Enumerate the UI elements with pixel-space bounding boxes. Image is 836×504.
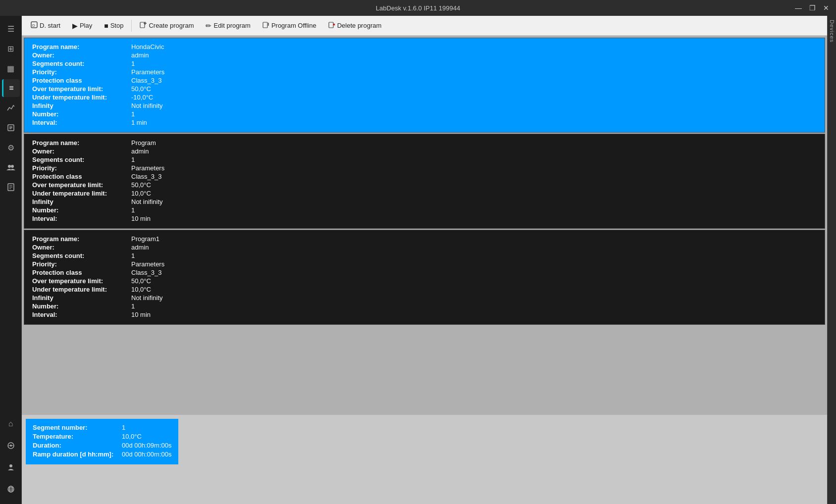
field-owner-2: Owner: admin (32, 148, 817, 155)
sidebar-icon-grid[interactable]: ⊞ (2, 40, 20, 57)
program-card-1[interactable]: Program name: HondaCivic Owner: admin Se… (24, 38, 825, 133)
offline-icon (262, 21, 269, 30)
field-infinity-3: Infinity Not inifinity (32, 294, 817, 302)
field-segments-1: Segments count: 1 (32, 60, 817, 67)
sidebar-icon-home[interactable]: ⌂ (2, 415, 20, 433)
sidebar-icon-table[interactable]: ▦ (2, 59, 20, 77)
sidebar-icon-list[interactable]: ≡ (2, 79, 20, 97)
svg-point-5 (11, 165, 14, 168)
create-icon (140, 21, 147, 30)
field-segments-3: Segments count: 1 (32, 252, 817, 259)
segment-ramp-label: Ramp duration [d hh:mm]: (33, 451, 122, 458)
field-segments-2: Segments count: 1 (32, 156, 817, 163)
offline-label: Program Offline (271, 22, 316, 29)
field-over-temp-2: Over temperature limit: 50,0°C (32, 181, 817, 189)
play-button[interactable]: ▶ Play (67, 20, 97, 32)
sidebar-icon-users[interactable] (2, 458, 20, 476)
create-program-button[interactable]: Create program (135, 19, 199, 32)
field-owner-3: Owner: admin (32, 244, 817, 251)
field-over-temp-3: Over temperature limit: 50,0°C (32, 277, 817, 285)
field-number-3: Number: 1 (32, 302, 817, 310)
field-protection-2: Protection class Class_3_3 (32, 173, 817, 180)
right-sidebar-label: Devices (829, 20, 835, 43)
segment-number-label: Segment number: (33, 424, 122, 431)
sidebar-icon-group[interactable] (2, 158, 20, 176)
segment-ramp-value: 00d 00h:00m:00s (122, 451, 171, 458)
field-infinity-1: Infinity Not inifinity (32, 102, 817, 109)
play-label: Play (80, 22, 92, 29)
delete-program-button[interactable]: Delete program (323, 19, 387, 32)
field-priority-2: Priority: Parameters (32, 164, 817, 172)
field-protection-1: Protection class Class_3_3 (32, 77, 817, 84)
field-under-temp-3: Under temperature limit: 10,0°C (32, 286, 817, 293)
field-number-2: Number: 1 (32, 206, 817, 214)
field-priority-1: Priority: Parameters (32, 68, 817, 76)
right-sidebar: Devices (827, 16, 836, 504)
segment-duration-value: 00d 00h:09m:00s (122, 442, 171, 449)
title-bar-controls: — ❐ ✕ (792, 2, 832, 14)
close-button[interactable]: ✕ (820, 2, 832, 14)
segment-temperature-value: 10,0°C (122, 433, 142, 440)
field-program-name-2: Program name: Program (32, 139, 817, 147)
field-protection-3: Protection class Class_3_3 (32, 269, 817, 276)
offline-program-button[interactable]: Program Offline (258, 19, 321, 32)
field-program-name-3: Program name: Program1 (32, 235, 817, 243)
svg-point-4 (8, 165, 11, 168)
sidebar-icon-network[interactable] (2, 437, 20, 454)
segment-duration-label: Duration: (33, 442, 122, 449)
dstart-icon: D (31, 21, 38, 30)
delete-icon (328, 21, 335, 30)
field-program-name-1: Program name: HondaCivic (32, 43, 817, 50)
minimize-button[interactable]: — (792, 2, 804, 14)
programs-list[interactable]: Program name: HondaCivic Owner: admin Se… (22, 36, 827, 415)
left-sidebar: ☰ ⊞ ▦ ≡ ⚙ (0, 16, 22, 504)
dstart-button[interactable]: D D. start (26, 19, 65, 32)
content-area: Program name: HondaCivic Owner: admin Se… (22, 36, 827, 504)
stop-icon: ■ (104, 22, 108, 30)
sidebar-icon-menu[interactable]: ☰ (2, 20, 20, 38)
stop-label: Stop (110, 22, 124, 29)
title-bar: LabDesk v.1.6.0 IP11 199944 — ❐ ✕ (0, 0, 836, 16)
svg-point-14 (9, 464, 12, 467)
field-interval-2: Interval: 10 min (32, 215, 817, 222)
dstart-label: D. start (40, 22, 60, 29)
edit-icon: ✏ (206, 22, 211, 30)
delete-label: Delete program (337, 22, 382, 29)
program-card-2[interactable]: Program name: Program Owner: admin Segme… (24, 134, 825, 229)
segment-field-temperature: Temperature: 10,0°C (33, 433, 171, 440)
segment-field-number: Segment number: 1 (33, 424, 171, 431)
field-infinity-2: Infinity Not inifinity (32, 198, 817, 205)
main-area: D D. start ▶ Play ■ Stop (22, 16, 827, 504)
edit-program-button[interactable]: ✏ Edit program (201, 20, 255, 32)
edit-label: Edit program (213, 22, 250, 29)
sidebar-icon-globe[interactable] (2, 480, 20, 498)
stop-button[interactable]: ■ Stop (99, 20, 128, 32)
field-over-temp-1: Over temperature limit: 50,0°C (32, 85, 817, 93)
toolbar-divider-1 (131, 20, 132, 32)
toolbar: D D. start ▶ Play ■ Stop (22, 16, 827, 36)
sidebar-icon-chart[interactable] (2, 99, 20, 117)
svg-text:D: D (32, 23, 35, 28)
field-owner-1: Owner: admin (32, 51, 817, 59)
bottom-panel: Segment number: 1 Temperature: 10,0°C Du… (22, 415, 827, 504)
field-number-1: Number: 1 (32, 110, 817, 118)
restore-button[interactable]: ❐ (806, 2, 818, 14)
segment-number-value: 1 (122, 424, 125, 431)
sidebar-icon-adjust[interactable]: ⚙ (2, 139, 20, 156)
segment-field-ramp: Ramp duration [d hh:mm]: 00d 00h:00m:00s (33, 451, 171, 458)
segment-temperature-label: Temperature: (33, 433, 122, 440)
field-interval-1: Interval: 1 min (32, 119, 817, 126)
svg-rect-29 (329, 22, 333, 28)
segment-card[interactable]: Segment number: 1 Temperature: 10,0°C Du… (26, 419, 178, 464)
play-icon: ▶ (72, 22, 78, 30)
svg-point-11 (10, 445, 12, 447)
field-priority-3: Priority: Parameters (32, 260, 817, 268)
program-card-3[interactable]: Program name: Program1 Owner: admin Segm… (24, 230, 825, 325)
title-bar-title: LabDesk v.1.6.0 IP11 199944 (44, 4, 792, 12)
field-interval-3: Interval: 10 min (32, 311, 817, 318)
segment-field-duration: Duration: 00d 00h:09m:00s (33, 442, 171, 449)
field-under-temp-2: Under temperature limit: 10,0°C (32, 190, 817, 197)
sidebar-icon-note[interactable] (2, 119, 20, 137)
app-container: ☰ ⊞ ▦ ≡ ⚙ (0, 16, 836, 504)
sidebar-icon-log[interactable] (2, 178, 20, 196)
